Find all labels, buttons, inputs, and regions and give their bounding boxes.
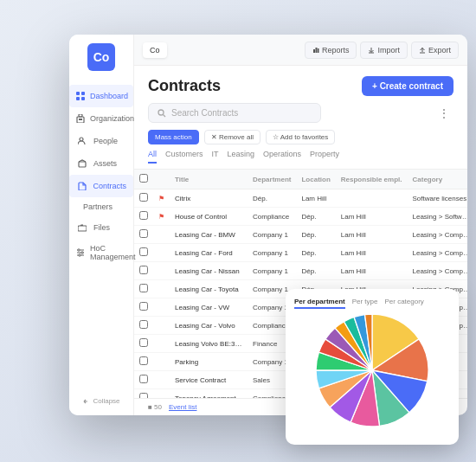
sidebar-item-contracts[interactable]: Contracts bbox=[69, 175, 133, 197]
col-responsible: Responsible empl. bbox=[336, 170, 408, 189]
row-location: Dép. bbox=[296, 208, 335, 226]
row-checkbox[interactable] bbox=[134, 335, 153, 353]
row-title: Tenancy Agreement bbox=[170, 389, 248, 399]
row-checkbox[interactable] bbox=[134, 244, 153, 262]
sidebar-item-organization[interactable]: Organization bbox=[69, 107, 133, 130]
col-department: Department bbox=[248, 170, 296, 189]
remove-all-button[interactable]: ✕ Remove all bbox=[204, 130, 261, 144]
col-title: Title bbox=[170, 170, 248, 189]
cat-tab-operations[interactable]: Operations bbox=[263, 150, 301, 164]
file-icon bbox=[76, 180, 87, 192]
search-icon bbox=[158, 109, 166, 118]
cat-tab-customers[interactable]: Customers bbox=[165, 150, 203, 164]
svg-point-8 bbox=[80, 138, 83, 141]
svg-rect-0 bbox=[76, 92, 80, 95]
row-department: Compliance bbox=[248, 208, 296, 226]
row-checkbox[interactable] bbox=[134, 353, 153, 371]
col-location: Location bbox=[296, 170, 335, 189]
row-responsible: Lam Hill bbox=[336, 244, 408, 262]
svg-rect-16 bbox=[313, 49, 315, 53]
row-checkbox[interactable] bbox=[134, 317, 153, 335]
sidebar-item-dashboard[interactable]: Dashboard bbox=[69, 85, 133, 107]
reports-button[interactable]: Reports bbox=[305, 42, 357, 59]
cat-tab-it[interactable]: IT bbox=[212, 150, 219, 164]
row-flag bbox=[153, 389, 170, 399]
svg-rect-7 bbox=[79, 114, 82, 117]
mass-action-button[interactable]: Mass action bbox=[148, 130, 199, 144]
row-flag: ⚑ bbox=[153, 208, 170, 226]
row-checkbox[interactable] bbox=[134, 298, 153, 317]
event-log-link[interactable]: Event list bbox=[169, 403, 196, 411]
col-category: Category bbox=[407, 170, 467, 189]
search-input-wrap[interactable]: Search Contracts bbox=[148, 103, 321, 123]
sidebar-item-files[interactable]: Files bbox=[69, 216, 133, 239]
row-checkbox[interactable] bbox=[134, 371, 153, 389]
col-flag bbox=[153, 170, 170, 189]
row-checkbox[interactable] bbox=[134, 389, 153, 399]
row-title: Leasing Car - Volvo bbox=[170, 317, 248, 335]
sidebar-item-partners[interactable]: Partners bbox=[69, 197, 133, 216]
collapse-button[interactable]: Collapse bbox=[82, 397, 119, 405]
table-row[interactable]: Leasing Car - Ford Company 1 Dép. Lam Hi… bbox=[134, 244, 467, 262]
sidebar-label-files: Files bbox=[93, 223, 110, 232]
row-flag bbox=[153, 280, 170, 298]
export-button[interactable]: Export bbox=[411, 42, 459, 59]
row-checkbox[interactable] bbox=[134, 226, 153, 244]
row-flag bbox=[153, 244, 170, 262]
cat-tab-property[interactable]: Property bbox=[310, 150, 339, 164]
pie-chart-container bbox=[294, 314, 450, 427]
sidebar-label-people: People bbox=[93, 137, 118, 145]
header-tab-co[interactable]: Co bbox=[143, 42, 167, 58]
row-location: Dép. bbox=[296, 262, 335, 280]
sidebar-label-contracts: Contracts bbox=[93, 182, 126, 190]
three-dots-button[interactable]: ⋮ bbox=[434, 106, 453, 120]
cat-tab-leasing[interactable]: Leasing bbox=[228, 150, 255, 164]
row-checkbox[interactable] bbox=[134, 189, 153, 208]
cat-tab-all[interactable]: All bbox=[148, 150, 157, 164]
pie-tab-department[interactable]: Per department bbox=[294, 298, 345, 309]
row-title: Leasing Car - Ford bbox=[170, 244, 248, 262]
row-flag: ⚑ bbox=[153, 189, 170, 208]
pie-tab-type[interactable]: Per type bbox=[352, 298, 378, 309]
table-row[interactable]: ⚑ House of Control Compliance Dép. Lam H… bbox=[134, 208, 467, 226]
remove-all-icon: ✕ bbox=[211, 133, 219, 141]
svg-line-22 bbox=[164, 114, 166, 117]
svg-point-21 bbox=[158, 110, 164, 115]
sidebar-item-people[interactable]: People bbox=[69, 130, 133, 152]
row-title: House of Control bbox=[170, 208, 248, 226]
pie-chart-tabs: Per department Per type Per category bbox=[294, 298, 450, 309]
row-department: Dép. bbox=[248, 189, 296, 208]
users-icon bbox=[76, 135, 88, 147]
create-contract-button[interactable]: + Create contract bbox=[362, 76, 453, 96]
toolbar: Mass action ✕ Remove all ☆ Add to favori… bbox=[134, 130, 467, 150]
sidebar-item-hoc[interactable]: HoC Management bbox=[69, 239, 133, 266]
sidebar-logo[interactable]: Co bbox=[87, 43, 115, 71]
col-check bbox=[134, 170, 153, 189]
pie-chart-svg bbox=[316, 314, 428, 427]
table-row[interactable]: Leasing Car - BMW Company 1 Dép. Lam Hil… bbox=[134, 226, 467, 244]
row-flag bbox=[153, 262, 170, 280]
row-checkbox[interactable] bbox=[134, 262, 153, 280]
table-row[interactable]: ⚑ Citrix Dép. Lam Hill Software licenses… bbox=[134, 189, 467, 208]
building-icon bbox=[76, 112, 85, 125]
row-flag bbox=[153, 317, 170, 335]
import-button[interactable]: Import bbox=[360, 42, 408, 59]
sidebar-label-org: Organization bbox=[90, 114, 134, 123]
row-checkbox[interactable] bbox=[134, 208, 153, 226]
table-row[interactable]: Leasing Car - Nissan Company 1 Dép. Lam … bbox=[134, 262, 467, 280]
row-title: Leasing Car - VW bbox=[170, 298, 248, 317]
add-favorites-button[interactable]: ☆ Add to favorites bbox=[266, 130, 335, 144]
row-title: Leasing Volvo BE:334587 bbox=[170, 335, 248, 353]
collapse-label: Collapse bbox=[93, 397, 119, 405]
svg-point-15 bbox=[79, 254, 80, 256]
grid-icon bbox=[76, 90, 85, 102]
row-location: Lam Hill bbox=[296, 189, 335, 208]
pie-chart-overlay: Per department Per type Per category bbox=[286, 289, 459, 445]
row-checkbox[interactable] bbox=[134, 280, 153, 298]
page-title: Contracts bbox=[148, 77, 221, 95]
row-department: Company 1 bbox=[248, 262, 296, 280]
star-icon: ☆ bbox=[273, 133, 280, 141]
sidebar-item-assets[interactable]: Assets bbox=[69, 152, 133, 175]
pie-tab-category[interactable]: Per category bbox=[384, 298, 423, 309]
select-all-checkbox[interactable] bbox=[139, 174, 148, 183]
